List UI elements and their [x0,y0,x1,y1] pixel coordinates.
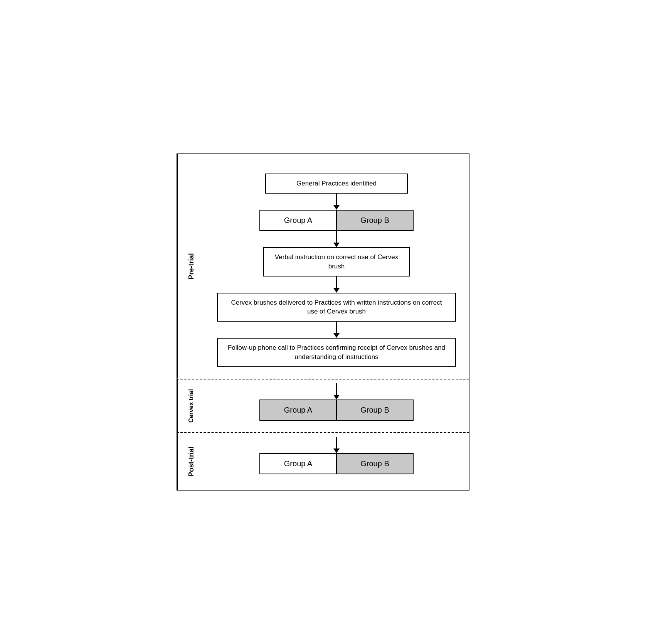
post-trial-section: Post-trial Group A Group B [177,433,469,491]
cervex-delivered-box: Cervex brushes delivered to Practices wi… [217,293,456,322]
group-split-1: Group A Group B [259,210,414,231]
cervex-trial-label: Cervex trial [177,379,204,432]
arrow-6-head [333,448,340,453]
followup-box: Follow-up phone call to Practices confir… [217,338,456,367]
cervex-trial-section: Cervex trial Group A Group B [177,379,469,433]
group-b-1: Group B [337,211,413,230]
diagram-wrapper: Pre-trial General Practices identified G… [177,153,469,491]
followup-text: Follow-up phone call to Practices confir… [228,344,445,361]
arrow-2-head [333,243,340,247]
group-b-2: Group B [337,400,413,420]
post-trial-label: Post-trial [177,433,204,490]
arrow-3-line [336,276,337,288]
arrow-5-line [336,383,337,395]
general-practices-box: General Practices identified [265,174,408,194]
arrow-2-line [336,231,337,243]
arrow-3-head [333,288,340,293]
cervex-trial-content: Group A Group B [204,379,469,432]
arrow-4-line [336,322,337,333]
pre-trial-label: Pre-trial [177,154,204,379]
group-split-3: Group A Group B [259,453,414,474]
cervex-delivered-text: Cervex brushes delivered to Practices wi… [231,299,442,315]
arrow-4-head [333,333,340,338]
group-a-1: Group A [260,211,336,230]
post-trial-content: Group A Group B [204,433,469,490]
group-b-3: Group B [337,454,413,474]
arrow-5-head [333,395,340,400]
arrow-1-head [333,205,340,210]
verbal-instruction-text: Verbal instruction on correct use of Cer… [275,253,398,270]
group-a-3: Group A [260,454,336,474]
pre-trial-content: General Practices identified Group A Gro… [204,154,469,379]
verbal-instruction-box: Verbal instruction on correct use of Cer… [263,247,410,276]
pre-trial-section: Pre-trial General Practices identified G… [177,153,469,379]
general-practices-text: General Practices identified [296,180,377,187]
group-a-2: Group A [260,400,336,420]
arrow-6-line [336,437,337,448]
arrow-1-line [336,194,337,205]
group-split-2: Group A Group B [259,400,414,421]
